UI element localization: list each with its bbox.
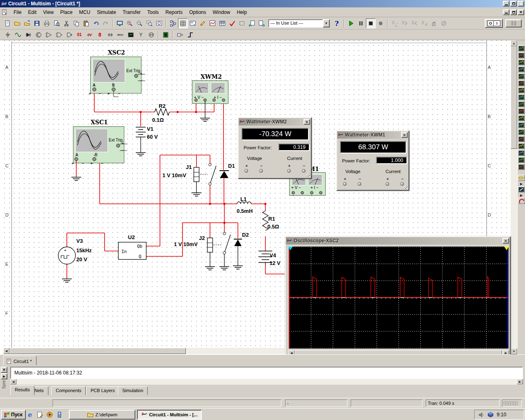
- frequency-counter-icon[interactable]: [518, 87, 525, 93]
- component-xsc2[interactable]: [91, 57, 146, 97]
- four-channel-oscilloscope-icon[interactable]: [518, 73, 525, 79]
- close-icon[interactable]: ×: [502, 238, 509, 244]
- wattmeter-xwm2-window[interactable]: Wattmeter-XWM2 × -70.324 W Power Factor:…: [238, 117, 312, 179]
- place-basic-icon[interactable]: [13, 30, 23, 39]
- component-d2[interactable]: [234, 239, 242, 266]
- hscroll-thumb[interactable]: [9, 348, 186, 354]
- labview-dropdown-icon[interactable]: ▶: [520, 194, 523, 197]
- multimeter-icon[interactable]: [518, 45, 525, 51]
- help-button[interactable]: ?: [335, 19, 339, 27]
- distortion-analyzer-icon[interactable]: [518, 122, 525, 128]
- function-generator-icon[interactable]: [518, 52, 525, 58]
- component-j2[interactable]: [208, 232, 231, 267]
- canvas-vscrollbar[interactable]: ▲ ▼: [511, 40, 517, 354]
- copy-icon[interactable]: [71, 18, 81, 28]
- wattmeter-xwm1-titlebar[interactable]: Wattmeter-XWM1 ×: [337, 131, 409, 139]
- database-manager-icon[interactable]: [188, 18, 198, 28]
- agilent-multimeter-icon[interactable]: [518, 150, 525, 156]
- postprocessor-icon[interactable]: [217, 18, 227, 28]
- tab-simulation[interactable]: Simulation: [118, 386, 148, 395]
- restore-button[interactable]: [510, 1, 517, 7]
- dropdown-arrow-icon[interactable]: ▼: [323, 19, 330, 27]
- component-r2[interactable]: [155, 109, 169, 115]
- paste-icon[interactable]: [81, 18, 91, 28]
- multisim-task-button[interactable]: Circuit1 - Multisim - [...: [137, 410, 202, 420]
- create-component-icon[interactable]: [198, 18, 208, 28]
- menu-tools[interactable]: Tools: [144, 8, 162, 16]
- menu-transfer[interactable]: Transfer: [119, 8, 144, 16]
- undo-icon[interactable]: [91, 18, 101, 28]
- place-mcu-icon[interactable]: [160, 30, 171, 39]
- wattmeter-xwm1-window[interactable]: Wattmeter-XWM1 × 68.307 W Power Factor: …: [336, 130, 409, 191]
- expand-icon[interactable]: ▸: [1, 373, 7, 379]
- bode-plotter-icon[interactable]: [518, 80, 525, 86]
- place-misc-digital-icon[interactable]: 01: [74, 30, 84, 39]
- tab-components[interactable]: Components: [51, 386, 86, 395]
- menu-view[interactable]: View: [40, 8, 57, 16]
- menu-window[interactable]: Window: [210, 8, 234, 16]
- component-v1[interactable]: [136, 127, 146, 153]
- step-into-icon[interactable]: [390, 18, 399, 28]
- spreadsheet-view-icon[interactable]: [178, 18, 188, 28]
- pause-at-breakpoint-icon[interactable]: [429, 18, 439, 28]
- open-file-icon[interactable]: [12, 18, 22, 28]
- scroll-right-icon[interactable]: ▶: [517, 379, 523, 384]
- probe-dropdown-icon[interactable]: ▶: [520, 182, 523, 186]
- close-icon[interactable]: ×: [304, 119, 310, 125]
- place-mixed-icon[interactable]: 0V: [84, 30, 95, 39]
- close-button[interactable]: ×: [518, 1, 524, 7]
- menu-file[interactable]: File: [10, 8, 25, 16]
- measurement-probe-icon[interactable]: [518, 175, 525, 181]
- place-rf-icon[interactable]: Y: [136, 30, 146, 39]
- child-close-button[interactable]: ×: [518, 9, 524, 15]
- zoom-in-icon[interactable]: [125, 18, 135, 28]
- capture-area-icon[interactable]: [237, 18, 247, 28]
- component-j1[interactable]: [194, 163, 217, 193]
- record-icon[interactable]: [376, 18, 386, 28]
- notepad-quicklaunch-icon[interactable]: [35, 410, 44, 419]
- place-cmos-icon[interactable]: [64, 30, 74, 39]
- child-minimize-button[interactable]: [503, 9, 509, 15]
- place-diode-icon[interactable]: [23, 30, 33, 39]
- vbox-tray-icon[interactable]: [488, 412, 493, 418]
- menu-mcu[interactable]: MCU: [76, 8, 94, 16]
- word-generator-icon[interactable]: [518, 94, 525, 100]
- erc-check-icon[interactable]: [227, 18, 237, 28]
- logic-converter-icon[interactable]: [518, 108, 525, 114]
- place-misc-icon[interactable]: MISC: [115, 30, 126, 39]
- wattmeter-icon[interactable]: [518, 59, 525, 65]
- component-v3[interactable]: [58, 247, 75, 264]
- start-button[interactable]: Пуск: [1, 410, 26, 420]
- place-hierarchical-icon[interactable]: [175, 30, 185, 39]
- power-switch[interactable]: OI: [485, 19, 503, 28]
- tab-pcb-layers[interactable]: PCB Layers: [86, 386, 119, 395]
- forward-annotate-icon[interactable]: [257, 18, 267, 28]
- pause-simulation-icon[interactable]: [356, 18, 366, 28]
- scroll-left-icon[interactable]: ◀: [10, 379, 16, 384]
- place-electromech-icon[interactable]: [146, 30, 156, 39]
- menu-help[interactable]: Help: [233, 8, 250, 16]
- logic-analyzer-icon[interactable]: [518, 101, 525, 107]
- place-ttl-icon[interactable]: [54, 30, 64, 39]
- place-indicator-icon[interactable]: 8: [95, 30, 105, 39]
- menu-edit[interactable]: Edit: [25, 8, 40, 16]
- scroll-left-icon[interactable]: ◀: [3, 348, 9, 354]
- in-use-list-dropdown[interactable]: --- In Use List ---▼: [268, 19, 330, 27]
- resize-grip[interactable]: [404, 185, 408, 189]
- oscilloscope-titlebar[interactable]: Oscilloscope-XSC2 ×: [286, 237, 510, 244]
- cursor-2-marker[interactable]: [504, 247, 509, 250]
- agilent-oscilloscope-icon[interactable]: [518, 157, 525, 163]
- remove-breakpoint-icon[interactable]: [439, 18, 449, 28]
- tektronix-oscilloscope-icon[interactable]: [518, 164, 525, 170]
- stop-simulation-icon[interactable]: [366, 18, 376, 28]
- mediaplayer-quicklaunch-icon[interactable]: [45, 410, 54, 419]
- volume-icon[interactable]: [479, 412, 484, 418]
- step-out-icon[interactable]: [409, 18, 419, 28]
- place-peripherals-icon[interactable]: [126, 30, 136, 39]
- resize-grip[interactable]: [306, 173, 310, 177]
- close-icon[interactable]: ×: [401, 132, 408, 138]
- menu-reports[interactable]: Reports: [162, 8, 186, 16]
- minimize-button[interactable]: [503, 1, 509, 7]
- circuit-tab[interactable]: Circuit1 *: [3, 356, 37, 365]
- wattmeter-xwm2-titlebar[interactable]: Wattmeter-XWM2 ×: [239, 118, 311, 126]
